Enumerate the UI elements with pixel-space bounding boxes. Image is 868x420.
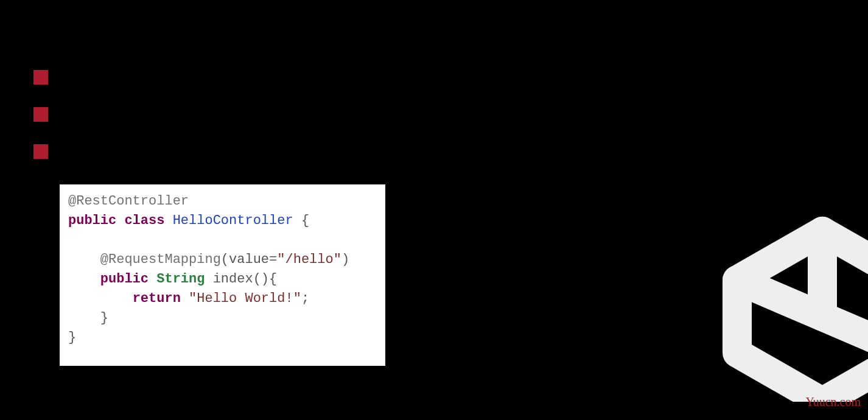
code-keyword: public bbox=[100, 271, 149, 287]
code-keyword: class bbox=[124, 213, 164, 228]
code-class-name: HelloController bbox=[173, 213, 293, 228]
bullet-square bbox=[33, 107, 48, 122]
code-space bbox=[181, 291, 189, 306]
code-punc: { bbox=[293, 213, 309, 228]
code-punc: } bbox=[68, 310, 108, 326]
code-annotation: @RequestMapping bbox=[100, 252, 221, 267]
code-punc: index(){ bbox=[205, 271, 277, 287]
code-keyword: return bbox=[133, 291, 181, 306]
code-annotation: @RestController bbox=[68, 194, 189, 209]
code-punc: ) bbox=[341, 252, 349, 267]
watermark-text: Yuucn.com bbox=[805, 395, 861, 409]
watermark-logo-icon bbox=[701, 183, 868, 402]
code-keyword: public bbox=[68, 213, 116, 228]
code-snippet: @RestController public class HelloContro… bbox=[60, 184, 385, 366]
code-punc: } bbox=[68, 330, 76, 345]
code-punc: ; bbox=[301, 291, 309, 306]
code-punc: (value= bbox=[221, 252, 277, 267]
bullet-square bbox=[33, 144, 48, 159]
code-string: "Hello World!" bbox=[189, 291, 301, 306]
code-type: String bbox=[156, 271, 205, 287]
code-string: "/hello" bbox=[277, 252, 341, 267]
bullet-list bbox=[33, 70, 48, 181]
bullet-square bbox=[33, 70, 48, 85]
